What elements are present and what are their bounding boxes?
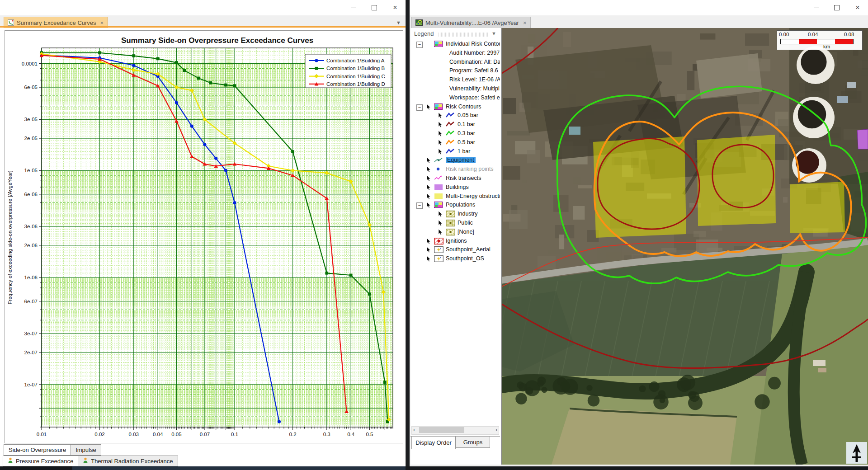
scale-label-2: 0.08 <box>844 32 854 37</box>
tab-groups[interactable]: Groups <box>456 437 490 448</box>
minimize-button[interactable] <box>343 0 364 15</box>
legend-item-program-safeti-8-6: Program: Safeti 8.6 <box>410 66 500 75</box>
svg-text:Summary Side-on Overpressure E: Summary Side-on Overpressure Exceedance … <box>121 36 313 45</box>
svg-text:Frequency of exceeding side-on: Frequency of exceeding side-on overpress… <box>7 171 13 305</box>
tab-close-icon[interactable]: × <box>523 19 527 26</box>
legend-item-0-1-bar[interactable]: 0.1 bar <box>410 120 500 129</box>
svg-text:Combination 1\Building A: Combination 1\Building A <box>326 58 385 63</box>
legend-item-populations[interactable]: −Populations <box>410 201 500 210</box>
legend-item-audit-number-2997: Audit Number: 2997 <box>410 49 500 58</box>
multi-energy-obstruction[interactable] <box>593 136 686 238</box>
minimize-button[interactable] <box>806 0 826 15</box>
legend-item-label: Risk Level: 1E-06 /A <box>449 76 500 83</box>
map-canvas[interactable] <box>502 28 868 465</box>
legend-item-equipment[interactable]: Equipment <box>410 156 500 165</box>
legend-item-label: Southpoint_OS <box>446 255 484 262</box>
svg-text:Combination 1\Building C: Combination 1\Building C <box>326 74 385 79</box>
exceedance-chart[interactable]: 0.010.020.030.040.050.070.10.20.30.40.50… <box>5 31 402 442</box>
legend-panel-title: Legend <box>414 30 434 37</box>
legend-item-label: Risk Contours <box>446 103 481 110</box>
legend-item-buildings[interactable]: Buildings <box>410 183 500 192</box>
ignitions-icon <box>434 238 443 246</box>
maximize-button[interactable] <box>826 0 847 15</box>
legend-item-public[interactable]: Public <box>410 219 500 228</box>
legend-item-0-05-bar[interactable]: 0.05 bar <box>410 111 500 120</box>
map-multi-icon <box>434 103 443 112</box>
left-titlebar[interactable]: × <box>0 0 406 15</box>
svg-text:1e-05: 1e-05 <box>24 168 38 173</box>
multi-energy-obstruction[interactable] <box>790 182 845 233</box>
svg-text:2e-05: 2e-05 <box>24 136 38 141</box>
tab-display-order[interactable]: Display Order <box>411 437 456 449</box>
tab-side-on-overpressure[interactable]: Side-on Overpressure <box>4 444 71 456</box>
cursor-pointer-icon <box>426 166 432 174</box>
legend-item-risk-transects[interactable]: Risk transects <box>410 174 500 183</box>
legend-drag-grip[interactable] <box>439 33 488 37</box>
legend-panel-header[interactable]: Legend ▼ <box>410 29 500 39</box>
legend-item-ignitions[interactable]: Ignitions <box>410 237 500 246</box>
tab-thermal-radiation-exceedance[interactable]: Thermal Radiation Exceedance <box>78 456 178 466</box>
legend-item-label: 1 bar <box>458 148 471 155</box>
tab-impulse[interactable]: Impulse <box>71 444 101 456</box>
legend-caret-icon[interactable]: ▼ <box>491 31 496 36</box>
svg-text:0.3: 0.3 <box>323 432 330 437</box>
tab-label: Summary Exceedance Curves <box>17 19 96 26</box>
tree-collapse-box[interactable]: − <box>416 42 423 48</box>
close-icon: × <box>393 4 397 11</box>
legend-item-industry[interactable]: Industry <box>410 210 500 219</box>
legend-item-multi-energy-obstructions[interactable]: Multi-Energy obstructions <box>410 192 500 201</box>
multi-energy-obstruction[interactable] <box>697 135 776 226</box>
legend-item-risk-contours[interactable]: −Risk Contours <box>410 103 500 112</box>
svg-text:0.01: 0.01 <box>37 432 47 437</box>
legend-item-southpoint-aerial[interactable]: Southpoint_Aerial <box>410 245 500 254</box>
legend-item-vulnerability-multipl: Vulnerability: Multipl <box>410 85 500 94</box>
svg-text:0.0001: 0.0001 <box>22 61 38 66</box>
legend-item-risk-ranking-points[interactable]: Risk ranking points <box>410 165 500 174</box>
left-tabstrip: Summary Exceedance Curves × ▼ <box>0 15 406 28</box>
close-button[interactable]: × <box>385 0 406 15</box>
legend-panel: Legend ▼ −Individual Risk ContoursAudit … <box>410 28 502 465</box>
legend-item-0-3-bar[interactable]: 0.3 bar <box>410 129 500 138</box>
close-button[interactable]: × <box>847 0 868 15</box>
cursor-pointer-icon <box>426 202 432 210</box>
scroll-left-icon[interactable]: ‹ <box>413 427 415 433</box>
svg-text:Combination 1\Building D: Combination 1\Building D <box>326 81 385 87</box>
svg-text:0.05: 0.05 <box>171 432 181 437</box>
cursor-pointer-icon <box>438 211 443 219</box>
tree-collapse-box[interactable]: − <box>416 104 423 111</box>
tree-collapse-box[interactable]: − <box>416 202 423 209</box>
maximize-button[interactable] <box>364 0 385 15</box>
tab-list-caret-icon[interactable]: ▼ <box>396 20 401 25</box>
building-overlay[interactable] <box>857 129 868 149</box>
legend-item-label: Equipment <box>446 157 476 163</box>
legend-item-1-bar[interactable]: 1 bar <box>410 147 500 156</box>
scrollbar-thumb[interactable] <box>419 427 464 433</box>
legend-item-southpoint-os[interactable]: Southpoint_OS <box>410 254 500 263</box>
legend-item-individual-risk-contours[interactable]: −Individual Risk Contours <box>410 40 500 49</box>
legend-item-label: Populations <box>446 202 475 208</box>
legend-horizontal-scrollbar[interactable]: ‹ › <box>411 426 499 435</box>
map-multi-icon <box>434 202 443 210</box>
tab-multi-vulnerability[interactable]: Multi-Vulnerability:...E-06 /AvgeYear × <box>411 17 531 28</box>
cursor-pointer-icon <box>426 184 432 192</box>
scale-unit: km <box>823 44 830 49</box>
tab-close-icon[interactable]: × <box>100 19 104 26</box>
rect-icon <box>434 184 443 192</box>
svg-text:0.02: 0.02 <box>94 432 104 437</box>
risk-map-view[interactable]: 0.00 0.04 0.08 km <box>502 28 868 465</box>
scale-label-0: 0.00 <box>779 32 789 37</box>
right-titlebar[interactable]: × <box>410 0 868 15</box>
zigzag-icon <box>446 112 455 120</box>
tab-pressure-exceedance[interactable]: Pressure Exceedance <box>3 456 78 466</box>
maximize-icon <box>372 5 377 10</box>
legend-item-label: Multi-Energy obstructions <box>446 193 500 199</box>
tab-label: Multi-Vulnerability:...E-06 /AvgeYear <box>425 19 519 26</box>
legend-item-risk-level-1e-06-a: Risk Level: 1E-06 /A <box>410 75 500 85</box>
zigzag-icon <box>446 121 455 129</box>
legend-item-label: Ignitions <box>446 238 467 244</box>
legend-item-0-5-bar[interactable]: 0.5 bar <box>410 138 500 147</box>
exceedance-chart-panel[interactable]: 0.010.020.030.040.050.070.10.20.30.40.50… <box>5 30 403 443</box>
scroll-right-icon[interactable]: › <box>495 427 497 433</box>
svg-text:3e-07: 3e-07 <box>24 331 38 336</box>
legend-item-none[interactable]: [None] <box>410 228 500 237</box>
